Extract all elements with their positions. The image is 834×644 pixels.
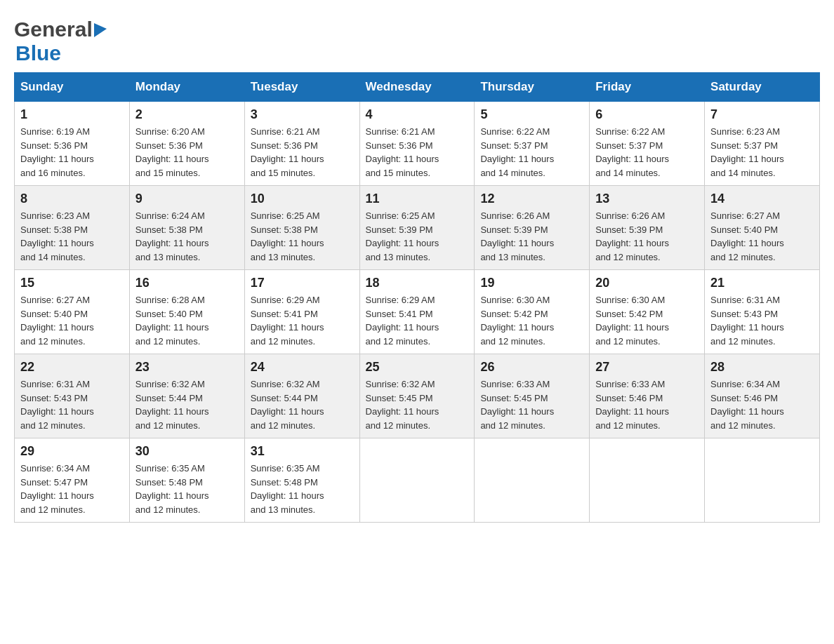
day-info: Sunrise: 6:34 AMSunset: 5:46 PMDaylight:… bbox=[710, 377, 814, 432]
day-info: Sunrise: 6:28 AMSunset: 5:40 PMDaylight:… bbox=[135, 293, 239, 348]
day-info: Sunrise: 6:26 AMSunset: 5:39 PMDaylight:… bbox=[595, 209, 699, 264]
calendar-cell: 2Sunrise: 6:20 AMSunset: 5:36 PMDaylight… bbox=[129, 102, 244, 186]
calendar-week-row: 29Sunrise: 6:34 AMSunset: 5:47 PMDayligh… bbox=[15, 438, 820, 523]
calendar-cell bbox=[359, 438, 475, 523]
day-info: Sunrise: 6:35 AMSunset: 5:48 PMDaylight:… bbox=[251, 462, 354, 516]
calendar-cell: 9Sunrise: 6:24 AMSunset: 5:38 PMDaylight… bbox=[129, 186, 244, 270]
calendar-cell: 10Sunrise: 6:25 AMSunset: 5:38 PMDayligh… bbox=[244, 186, 359, 270]
day-number: 31 bbox=[251, 444, 354, 459]
day-number: 5 bbox=[480, 107, 583, 122]
page-header: General Blue bbox=[14, 14, 820, 65]
calendar-cell: 29Sunrise: 6:34 AMSunset: 5:47 PMDayligh… bbox=[15, 438, 130, 523]
calendar-week-row: 1Sunrise: 6:19 AMSunset: 5:36 PMDaylight… bbox=[15, 102, 820, 186]
day-info: Sunrise: 6:22 AMSunset: 5:37 PMDaylight:… bbox=[480, 125, 583, 180]
day-number: 2 bbox=[135, 107, 239, 122]
weekday-header-monday: Monday bbox=[129, 73, 244, 102]
day-info: Sunrise: 6:23 AMSunset: 5:38 PMDaylight:… bbox=[20, 209, 124, 264]
day-number: 29 bbox=[20, 444, 124, 459]
day-number: 20 bbox=[595, 276, 699, 290]
day-number: 3 bbox=[251, 107, 354, 122]
calendar-cell: 18Sunrise: 6:29 AMSunset: 5:41 PMDayligh… bbox=[359, 270, 475, 354]
day-number: 1 bbox=[20, 107, 124, 122]
calendar-cell bbox=[590, 438, 705, 523]
svg-marker-0 bbox=[94, 23, 107, 37]
day-number: 17 bbox=[251, 276, 354, 290]
calendar-cell: 12Sunrise: 6:26 AMSunset: 5:39 PMDayligh… bbox=[475, 186, 590, 270]
calendar-cell: 30Sunrise: 6:35 AMSunset: 5:48 PMDayligh… bbox=[129, 438, 244, 523]
weekday-header-friday: Friday bbox=[590, 73, 705, 102]
day-number: 8 bbox=[20, 192, 124, 206]
calendar-cell bbox=[705, 438, 820, 523]
calendar-week-row: 15Sunrise: 6:27 AMSunset: 5:40 PMDayligh… bbox=[15, 270, 820, 354]
calendar-cell: 13Sunrise: 6:26 AMSunset: 5:39 PMDayligh… bbox=[590, 186, 705, 270]
calendar-cell: 1Sunrise: 6:19 AMSunset: 5:36 PMDaylight… bbox=[15, 102, 130, 186]
weekday-header-saturday: Saturday bbox=[705, 73, 820, 102]
day-number: 10 bbox=[251, 192, 354, 206]
day-info: Sunrise: 6:27 AMSunset: 5:40 PMDaylight:… bbox=[710, 209, 814, 264]
weekday-header-tuesday: Tuesday bbox=[244, 73, 359, 102]
day-info: Sunrise: 6:32 AMSunset: 5:44 PMDaylight:… bbox=[251, 377, 354, 432]
day-number: 13 bbox=[595, 192, 699, 206]
calendar-cell: 17Sunrise: 6:29 AMSunset: 5:41 PMDayligh… bbox=[244, 270, 359, 354]
day-number: 30 bbox=[135, 444, 239, 459]
calendar-cell: 22Sunrise: 6:31 AMSunset: 5:43 PMDayligh… bbox=[15, 354, 130, 438]
day-info: Sunrise: 6:20 AMSunset: 5:36 PMDaylight:… bbox=[135, 125, 239, 180]
calendar-table: SundayMondayTuesdayWednesdayThursdayFrid… bbox=[14, 72, 820, 523]
day-number: 23 bbox=[135, 360, 239, 375]
day-info: Sunrise: 6:24 AMSunset: 5:38 PMDaylight:… bbox=[135, 209, 239, 264]
calendar-week-row: 22Sunrise: 6:31 AMSunset: 5:43 PMDayligh… bbox=[15, 354, 820, 438]
day-number: 7 bbox=[710, 107, 814, 122]
day-info: Sunrise: 6:32 AMSunset: 5:44 PMDaylight:… bbox=[135, 377, 239, 432]
calendar-cell: 26Sunrise: 6:33 AMSunset: 5:45 PMDayligh… bbox=[475, 354, 590, 438]
day-info: Sunrise: 6:21 AMSunset: 5:36 PMDaylight:… bbox=[366, 125, 469, 180]
weekday-header-thursday: Thursday bbox=[475, 73, 590, 102]
calendar-cell: 27Sunrise: 6:33 AMSunset: 5:46 PMDayligh… bbox=[590, 354, 705, 438]
day-number: 25 bbox=[366, 360, 469, 375]
day-info: Sunrise: 6:22 AMSunset: 5:37 PMDaylight:… bbox=[595, 125, 699, 180]
weekday-header-sunday: Sunday bbox=[15, 73, 130, 102]
day-info: Sunrise: 6:30 AMSunset: 5:42 PMDaylight:… bbox=[480, 293, 583, 348]
calendar-cell: 6Sunrise: 6:22 AMSunset: 5:37 PMDaylight… bbox=[590, 102, 705, 186]
calendar-cell: 11Sunrise: 6:25 AMSunset: 5:39 PMDayligh… bbox=[359, 186, 475, 270]
day-number: 28 bbox=[710, 360, 814, 375]
day-info: Sunrise: 6:30 AMSunset: 5:42 PMDaylight:… bbox=[595, 293, 699, 348]
weekday-header-wednesday: Wednesday bbox=[359, 73, 475, 102]
calendar-header-row: SundayMondayTuesdayWednesdayThursdayFrid… bbox=[15, 73, 820, 102]
calendar-cell: 23Sunrise: 6:32 AMSunset: 5:44 PMDayligh… bbox=[129, 354, 244, 438]
day-number: 6 bbox=[595, 107, 699, 122]
day-number: 18 bbox=[366, 276, 469, 290]
calendar-cell: 4Sunrise: 6:21 AMSunset: 5:36 PMDaylight… bbox=[359, 102, 475, 186]
day-info: Sunrise: 6:33 AMSunset: 5:46 PMDaylight:… bbox=[595, 377, 699, 432]
calendar-week-row: 8Sunrise: 6:23 AMSunset: 5:38 PMDaylight… bbox=[15, 186, 820, 270]
calendar-cell: 25Sunrise: 6:32 AMSunset: 5:45 PMDayligh… bbox=[359, 354, 475, 438]
day-number: 9 bbox=[135, 192, 239, 206]
day-number: 19 bbox=[480, 276, 583, 290]
calendar-cell: 19Sunrise: 6:30 AMSunset: 5:42 PMDayligh… bbox=[475, 270, 590, 354]
day-number: 16 bbox=[135, 276, 239, 290]
calendar-cell bbox=[475, 438, 590, 523]
calendar-cell: 21Sunrise: 6:31 AMSunset: 5:43 PMDayligh… bbox=[705, 270, 820, 354]
logo-general-text: General bbox=[14, 18, 93, 41]
calendar-cell: 14Sunrise: 6:27 AMSunset: 5:40 PMDayligh… bbox=[705, 186, 820, 270]
calendar-cell: 15Sunrise: 6:27 AMSunset: 5:40 PMDayligh… bbox=[15, 270, 130, 354]
day-info: Sunrise: 6:31 AMSunset: 5:43 PMDaylight:… bbox=[20, 377, 124, 432]
day-info: Sunrise: 6:35 AMSunset: 5:48 PMDaylight:… bbox=[135, 462, 239, 516]
day-number: 21 bbox=[710, 276, 814, 290]
day-info: Sunrise: 6:32 AMSunset: 5:45 PMDaylight:… bbox=[366, 377, 469, 432]
logo-blue-text: Blue bbox=[15, 41, 61, 65]
calendar-cell: 28Sunrise: 6:34 AMSunset: 5:46 PMDayligh… bbox=[705, 354, 820, 438]
calendar-cell: 7Sunrise: 6:23 AMSunset: 5:37 PMDaylight… bbox=[705, 102, 820, 186]
day-info: Sunrise: 6:31 AMSunset: 5:43 PMDaylight:… bbox=[710, 293, 814, 348]
calendar-cell: 3Sunrise: 6:21 AMSunset: 5:36 PMDaylight… bbox=[244, 102, 359, 186]
day-info: Sunrise: 6:29 AMSunset: 5:41 PMDaylight:… bbox=[366, 293, 469, 348]
day-info: Sunrise: 6:25 AMSunset: 5:38 PMDaylight:… bbox=[251, 209, 354, 264]
day-number: 26 bbox=[480, 360, 583, 375]
day-info: Sunrise: 6:21 AMSunset: 5:36 PMDaylight:… bbox=[251, 125, 354, 180]
calendar-cell: 20Sunrise: 6:30 AMSunset: 5:42 PMDayligh… bbox=[590, 270, 705, 354]
day-number: 4 bbox=[366, 107, 469, 122]
logo-triangle-icon bbox=[94, 23, 107, 37]
calendar-cell: 24Sunrise: 6:32 AMSunset: 5:44 PMDayligh… bbox=[244, 354, 359, 438]
calendar-cell: 8Sunrise: 6:23 AMSunset: 5:38 PMDaylight… bbox=[15, 186, 130, 270]
calendar-cell: 16Sunrise: 6:28 AMSunset: 5:40 PMDayligh… bbox=[129, 270, 244, 354]
day-info: Sunrise: 6:33 AMSunset: 5:45 PMDaylight:… bbox=[480, 377, 583, 432]
